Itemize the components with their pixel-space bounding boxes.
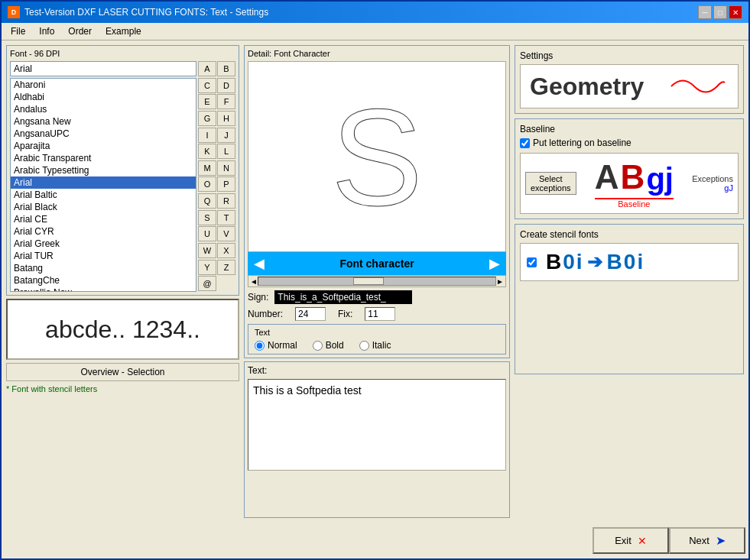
overview-selection-button[interactable]: Overview - Selection xyxy=(6,363,239,381)
text-style-group: Text Normal Bold Italic xyxy=(248,324,506,354)
scroll-left-arrow[interactable]: ◄ xyxy=(250,277,258,286)
letter-F[interactable]: F xyxy=(217,94,235,109)
list-item[interactable]: Arial Baltic xyxy=(11,189,196,201)
radio-normal[interactable]: Normal xyxy=(255,340,297,351)
sign-input[interactable] xyxy=(274,290,412,304)
radio-italic[interactable]: Italic xyxy=(359,340,391,351)
maximize-button[interactable]: □ xyxy=(713,5,727,19)
letter-M[interactable]: M xyxy=(198,160,216,176)
letter-P[interactable]: P xyxy=(217,176,235,192)
next-button[interactable]: Next ➤ xyxy=(669,527,745,554)
fix-input[interactable] xyxy=(365,307,395,321)
list-item-arial[interactable]: Arial xyxy=(11,176,196,189)
letter-U[interactable]: U xyxy=(198,226,216,241)
letter-Z[interactable]: Z xyxy=(217,260,235,275)
scroll-track[interactable] xyxy=(258,277,496,286)
letter-O[interactable]: O xyxy=(198,176,216,192)
letter-I[interactable]: I xyxy=(198,128,216,143)
stencil-group: Create stencil fonts B 0i ➔ B0i xyxy=(515,224,744,374)
letter-Q[interactable]: Q xyxy=(198,193,216,209)
close-button[interactable]: ✕ xyxy=(729,5,742,19)
letter-at[interactable]: @ xyxy=(198,276,216,291)
settings-group: Settings Geometry xyxy=(515,45,744,114)
list-item[interactable]: Aldhabi xyxy=(11,91,196,103)
baseline-group: Baseline Put lettering on baseline Selec… xyxy=(515,118,744,219)
char-scrollbar[interactable]: ◄ ► xyxy=(248,275,506,287)
font-input[interactable] xyxy=(10,61,196,76)
sign-row: Sign: xyxy=(248,290,506,304)
letter-K[interactable]: K xyxy=(198,144,216,159)
select-exceptions-btn[interactable]: Selectexceptions xyxy=(525,172,576,195)
next-arrow-icon: ➤ xyxy=(716,533,726,548)
letter-T[interactable]: T xyxy=(217,210,235,225)
menu-file[interactable]: File xyxy=(5,24,31,38)
letter-A[interactable]: A xyxy=(198,61,216,76)
nav-bar: ◀ Font character ▶ xyxy=(248,252,506,275)
letter-Y[interactable]: Y xyxy=(198,260,216,275)
font-preview-box: abcde.. 1234.. xyxy=(6,299,239,360)
list-item[interactable]: Arial CYR xyxy=(11,225,196,238)
char-display: S xyxy=(331,78,423,236)
font-preview-text: abcde.. 1234.. xyxy=(45,316,200,344)
radio-bold[interactable]: Bold xyxy=(313,340,344,351)
settings-label: Settings xyxy=(520,50,739,61)
list-item[interactable]: BatangChe xyxy=(11,274,196,286)
nav-prev-arrow[interactable]: ◀ xyxy=(254,255,265,272)
list-item[interactable]: Aparajita xyxy=(11,140,196,152)
text-area-input[interactable] xyxy=(248,379,506,471)
number-label: Number: xyxy=(248,309,283,319)
letter-B[interactable]: B xyxy=(217,61,235,76)
letter-D[interactable]: D xyxy=(217,78,235,93)
text-area-label: Text: xyxy=(248,365,506,376)
text-area-group: Text: xyxy=(244,361,510,518)
letter-R[interactable]: R xyxy=(217,193,235,209)
list-item[interactable]: Arial TUR xyxy=(11,250,196,262)
letter-V[interactable]: V xyxy=(217,226,235,241)
list-item[interactable]: Andalus xyxy=(11,103,196,115)
scroll-right-arrow[interactable]: ► xyxy=(496,277,504,286)
stencil-checkbox[interactable] xyxy=(527,257,537,267)
number-row: Number: Fix: xyxy=(248,307,506,321)
list-item[interactable]: Batang xyxy=(11,262,196,274)
font-group-label: Font - 96 DPI xyxy=(10,49,235,58)
letter-L[interactable]: L xyxy=(217,144,235,159)
letter-N[interactable]: N xyxy=(217,160,235,176)
list-item[interactable]: Aharoni xyxy=(11,79,196,91)
letter-S[interactable]: S xyxy=(198,210,216,225)
letter-G[interactable]: G xyxy=(198,111,216,126)
minimize-button[interactable]: ─ xyxy=(698,5,712,19)
number-input[interactable] xyxy=(295,307,326,321)
list-item[interactable]: Arabic Typesetting xyxy=(11,164,196,176)
letter-J[interactable]: J xyxy=(217,128,235,143)
baseline-checkbox[interactable] xyxy=(520,138,530,148)
menu-order[interactable]: Order xyxy=(62,24,98,38)
menu-info[interactable]: Info xyxy=(33,24,60,38)
nav-next-arrow[interactable]: ▶ xyxy=(489,255,500,272)
geometry-curve-svg xyxy=(667,71,729,102)
list-item[interactable]: Arial CE xyxy=(11,213,196,225)
geometry-box: Geometry xyxy=(520,64,739,108)
letter-E[interactable]: E xyxy=(198,94,216,109)
list-item[interactable]: AngsanaUPC xyxy=(11,128,196,140)
radio-italic-input[interactable] xyxy=(359,341,369,351)
letter-C[interactable]: C xyxy=(198,78,216,93)
list-item[interactable]: Angsana New xyxy=(11,115,196,128)
radio-italic-label: Italic xyxy=(372,340,391,351)
stencil-note: * Font with stencil letters xyxy=(6,384,239,393)
list-item[interactable]: Arabic Transparent xyxy=(11,152,196,164)
font-list[interactable]: Aharoni Aldhabi Andalus Angsana New Angs… xyxy=(10,78,196,292)
list-item[interactable]: Arial Greek xyxy=(11,238,196,250)
main-window: D Test-Version DXF LASER CUTTING FONTS: … xyxy=(0,0,750,560)
baseline-text-label: Baseline xyxy=(618,199,650,209)
radio-bold-input[interactable] xyxy=(313,341,323,351)
list-item[interactable]: Arial Black xyxy=(11,201,196,213)
scroll-thumb[interactable] xyxy=(353,277,384,285)
letter-H[interactable]: H xyxy=(217,111,235,126)
letter-W[interactable]: W xyxy=(198,243,216,258)
exit-button[interactable]: Exit ✕ xyxy=(593,527,669,554)
menu-example[interactable]: Example xyxy=(99,24,148,38)
list-item[interactable]: Browallia New xyxy=(11,286,196,292)
radio-normal-input[interactable] xyxy=(255,341,265,351)
exceptions-info: Exceptions gJ xyxy=(692,174,733,193)
letter-X[interactable]: X xyxy=(217,243,235,258)
